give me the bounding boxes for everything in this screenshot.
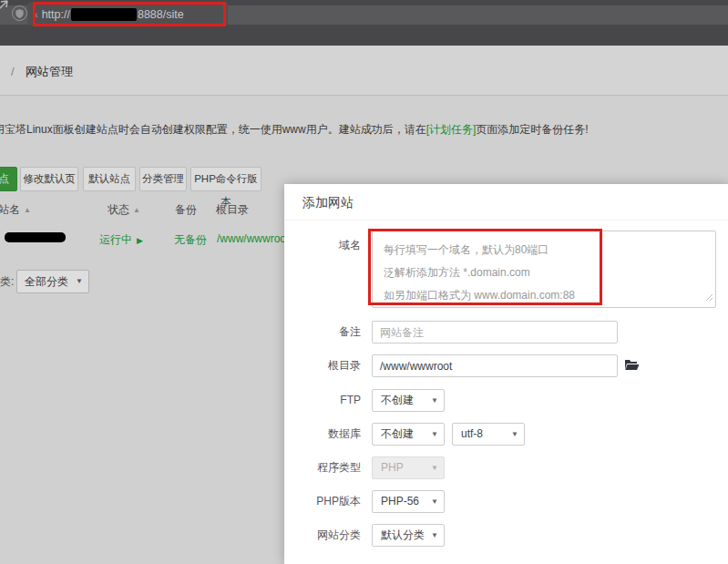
cursor-icon	[0, 0, 8, 16]
remark-input[interactable]	[372, 321, 618, 344]
sitecategory-label: 网站分类	[284, 524, 361, 547]
url-bookmark-icon: ‹	[35, 9, 38, 20]
rootdir-input[interactable]	[372, 354, 618, 377]
domain-textarea[interactable]: 每行填写一个域名，默认为80端口 泛解析添加方法 *.domain.com 如另…	[372, 231, 716, 308]
chevron-down-icon: ▼	[511, 424, 518, 445]
apptype-select-disabled: PHP ▼	[372, 456, 445, 479]
shield-icon[interactable]	[12, 5, 27, 21]
phpversion-label: PHP版本	[284, 490, 361, 513]
ftp-label: FTP	[284, 389, 361, 412]
database-select[interactable]: 不创建 ▼	[372, 423, 445, 446]
modal-title: 添加网站	[284, 184, 728, 220]
url-prefix: http://	[42, 8, 70, 21]
domain-placeholder-line: 泛解析添加方法 *.domain.com	[384, 261, 704, 284]
sitecategory-select[interactable]: 默认分类 ▼	[372, 524, 445, 547]
domain-placeholder-line: 每行填写一个域名，默认为80端口	[384, 239, 704, 261]
domain-label: 域名	[284, 234, 361, 257]
phpversion-select[interactable]: PHP-56 ▼	[372, 490, 445, 513]
add-website-modal: 添加网站 域名 每行填写一个域名，默认为80端口 泛解析添加方法 *.domai…	[284, 184, 728, 564]
remark-label: 备注	[284, 321, 361, 344]
domain-placeholder-line: 如另加端口格式为 www.domain.com:88	[384, 284, 704, 307]
database-label: 数据库	[284, 423, 361, 446]
chevron-down-icon: ▼	[431, 525, 438, 546]
chevron-down-icon: ▼	[431, 457, 438, 478]
ftp-select[interactable]: 不创建 ▼	[372, 389, 445, 412]
charset-select[interactable]: utf-8 ▼	[452, 423, 525, 446]
chevron-down-icon: ▼	[431, 424, 438, 445]
chevron-down-icon: ▼	[431, 390, 438, 411]
chevron-down-icon: ▼	[431, 491, 438, 512]
resize-handle-icon[interactable]	[705, 289, 713, 305]
url-redaction-bar	[71, 8, 137, 21]
apptype-label: 程序类型	[284, 456, 361, 479]
rootdir-label: 根目录	[284, 354, 361, 377]
url-suffix: 8888/site	[138, 8, 184, 21]
folder-icon[interactable]	[624, 358, 640, 374]
browser-toolbar: ‹ http:// 8888/site	[0, 0, 728, 46]
address-bar[interactable]: ‹ http:// 8888/site	[27, 3, 228, 26]
